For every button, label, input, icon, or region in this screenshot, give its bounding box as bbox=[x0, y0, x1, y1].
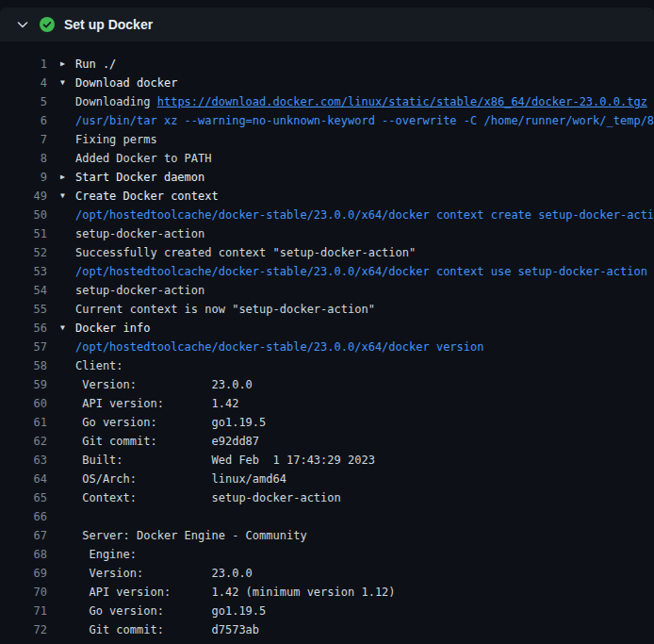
line-number[interactable]: 56 bbox=[0, 319, 47, 338]
log-line: 6/usr/bin/tar xz --warning=no-unknown-ke… bbox=[0, 111, 654, 130]
log-text bbox=[75, 507, 654, 526]
log-plain-text: Server: Docker Engine - Community bbox=[75, 529, 307, 542]
log-text: API version: 1.42 (minimum version 1.12) bbox=[75, 583, 654, 602]
chevron-down-icon[interactable] bbox=[15, 17, 30, 32]
arrow-slot bbox=[60, 130, 75, 149]
log-text: Client: bbox=[75, 356, 654, 375]
arrow-slot bbox=[60, 602, 75, 620]
log-line: 1▶Run ./ bbox=[0, 55, 654, 74]
arrow-slot bbox=[60, 243, 75, 262]
log-plain-text: Version: 23.0.0 bbox=[75, 567, 253, 580]
line-number[interactable]: 1 bbox=[0, 55, 47, 74]
log-text: /opt/hostedtoolcache/docker-stable/23.0.… bbox=[75, 338, 654, 356]
log-line: 5Downloading https://download.docker.com… bbox=[0, 92, 654, 111]
log-line: 50/opt/hostedtoolcache/docker-stable/23.… bbox=[0, 206, 654, 224]
step-header[interactable]: Set up Docker bbox=[0, 8, 654, 41]
collapse-arrow-icon[interactable]: ▼ bbox=[60, 74, 75, 92]
line-number[interactable]: 54 bbox=[0, 281, 47, 300]
line-number[interactable]: 8 bbox=[0, 149, 47, 168]
line-number[interactable]: 53 bbox=[0, 262, 47, 281]
log-text: Engine: bbox=[75, 545, 654, 564]
line-number[interactable]: 72 bbox=[0, 620, 47, 639]
log-plain-text: API version: 1.42 bbox=[75, 397, 238, 410]
arrow-slot bbox=[60, 149, 75, 168]
line-number[interactable]: 68 bbox=[0, 545, 47, 564]
arrow-slot bbox=[60, 338, 75, 356]
arrow-slot bbox=[60, 394, 75, 413]
log-line: 57/opt/hostedtoolcache/docker-stable/23.… bbox=[0, 338, 654, 356]
line-number[interactable]: 55 bbox=[0, 300, 47, 319]
log-text: setup-docker-action bbox=[75, 224, 654, 243]
expand-arrow-icon[interactable]: ▶ bbox=[60, 55, 75, 74]
log-text: /usr/bin/tar xz --warning=no-unknown-key… bbox=[75, 111, 654, 130]
log-text: Version: 23.0.0 bbox=[75, 375, 654, 394]
log-text: OS/Arch: linux/amd64 bbox=[75, 470, 654, 488]
log-plain-text: Create Docker context bbox=[75, 190, 219, 203]
log-text: Version: 23.0.0 bbox=[75, 564, 654, 583]
line-number[interactable]: 61 bbox=[0, 413, 47, 432]
line-number[interactable]: 66 bbox=[0, 507, 47, 526]
line-number[interactable]: 52 bbox=[0, 243, 47, 262]
collapse-arrow-icon[interactable]: ▼ bbox=[60, 187, 75, 206]
log-plain-text: Go version: go1.19.5 bbox=[75, 416, 266, 429]
log-plain-text: Client: bbox=[75, 359, 123, 372]
log-line: 54setup-docker-action bbox=[0, 281, 654, 300]
log-text: setup-docker-action bbox=[75, 281, 654, 300]
step-title: Set up Docker bbox=[64, 17, 153, 32]
log-text: Docker info bbox=[75, 319, 654, 338]
line-number[interactable]: 58 bbox=[0, 356, 47, 375]
line-number[interactable]: 5 bbox=[0, 92, 47, 111]
line-number[interactable]: 50 bbox=[0, 206, 47, 224]
log-plain-text: Downloading bbox=[75, 95, 157, 108]
log-text: Create Docker context bbox=[75, 187, 654, 206]
expand-arrow-icon[interactable]: ▶ bbox=[60, 168, 75, 187]
log-link[interactable]: https://download.docker.com/linux/static… bbox=[157, 95, 647, 108]
arrow-slot bbox=[60, 413, 75, 432]
line-number[interactable]: 70 bbox=[0, 583, 47, 602]
line-number[interactable]: 49 bbox=[0, 187, 47, 206]
line-number[interactable]: 9 bbox=[0, 168, 47, 187]
line-number[interactable]: 6 bbox=[0, 111, 47, 130]
log-line: 63 Built: Wed Feb 1 17:43:29 2023 bbox=[0, 451, 654, 470]
arrow-slot bbox=[60, 583, 75, 602]
log-line: 71 Go version: go1.19.5 bbox=[0, 602, 654, 620]
log-text: Context: setup-docker-action bbox=[75, 488, 654, 507]
line-number[interactable]: 7 bbox=[0, 130, 47, 149]
log-plain-text: Context: setup-docker-action bbox=[75, 491, 341, 504]
arrow-slot bbox=[60, 300, 75, 319]
log-line: 4▼Download docker bbox=[0, 74, 654, 92]
log-line: 65 Context: setup-docker-action bbox=[0, 488, 654, 507]
log-text: Start Docker daemon bbox=[75, 168, 654, 187]
line-number[interactable]: 60 bbox=[0, 394, 47, 413]
line-number[interactable]: 51 bbox=[0, 224, 47, 243]
arrow-slot bbox=[60, 111, 75, 130]
line-number[interactable]: 63 bbox=[0, 451, 47, 470]
line-number[interactable]: 59 bbox=[0, 375, 47, 394]
log-command-text: /opt/hostedtoolcache/docker-stable/23.0.… bbox=[75, 265, 647, 278]
log-plain-text: Engine: bbox=[75, 548, 137, 561]
log-text: Download docker bbox=[75, 74, 654, 92]
log-plain-text: setup-docker-action bbox=[75, 227, 204, 240]
log-line: 58Client: bbox=[0, 356, 654, 375]
log-plain-text: OS/Arch: linux/amd64 bbox=[75, 472, 286, 486]
line-number[interactable]: 57 bbox=[0, 338, 47, 356]
log-line: 7Fixing perms bbox=[0, 130, 654, 149]
log-viewer[interactable]: 1▶Run ./4▼Download docker5Downloading ht… bbox=[0, 41, 654, 639]
line-number[interactable]: 64 bbox=[0, 470, 47, 488]
line-number[interactable]: 62 bbox=[0, 432, 47, 451]
log-line: 62 Git commit: e92dd87 bbox=[0, 432, 654, 451]
log-line: 51setup-docker-action bbox=[0, 224, 654, 243]
line-number[interactable]: 65 bbox=[0, 488, 47, 507]
log-text: Built: Wed Feb 1 17:43:29 2023 bbox=[75, 451, 654, 470]
log-plain-text: Version: 23.0.0 bbox=[75, 378, 253, 391]
arrow-slot bbox=[60, 432, 75, 451]
line-number[interactable]: 69 bbox=[0, 564, 47, 583]
log-lines: 1▶Run ./4▼Download docker5Downloading ht… bbox=[0, 55, 654, 639]
line-number[interactable]: 67 bbox=[0, 526, 47, 545]
collapse-arrow-icon[interactable]: ▼ bbox=[60, 319, 75, 338]
line-number[interactable]: 4 bbox=[0, 74, 47, 92]
log-line: 8Added Docker to PATH bbox=[0, 149, 654, 168]
line-number[interactable]: 71 bbox=[0, 602, 47, 620]
log-text: Added Docker to PATH bbox=[75, 149, 654, 168]
log-text: Git commit: e92dd87 bbox=[75, 432, 654, 451]
